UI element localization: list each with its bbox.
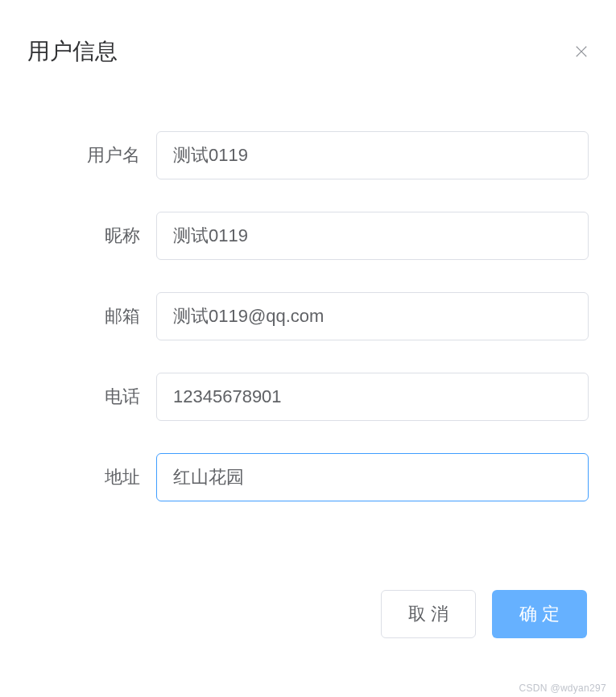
form-item-username: 用户名	[27, 131, 589, 179]
confirm-button[interactable]: 确定	[492, 590, 587, 638]
form-item-nickname: 昵称	[27, 212, 589, 260]
dialog-title: 用户信息	[27, 36, 118, 67]
dialog-body: 用户名 昵称 邮箱 电话 地址	[0, 83, 616, 582]
user-info-dialog: 用户信息 用户名 昵称 邮箱 电话 地址 取消 确定	[0, 0, 616, 697]
address-label: 地址	[27, 465, 156, 489]
address-input[interactable]	[156, 453, 589, 501]
nickname-label: 昵称	[27, 224, 156, 248]
email-input[interactable]	[156, 292, 589, 340]
phone-input[interactable]	[156, 373, 589, 421]
close-icon[interactable]	[573, 43, 590, 60]
form-item-address: 地址	[27, 453, 589, 501]
email-label: 邮箱	[27, 304, 156, 328]
username-label: 用户名	[27, 143, 156, 167]
dialog-footer: 取消 确定	[0, 582, 616, 666]
dialog-header: 用户信息	[0, 0, 616, 83]
phone-label: 电话	[27, 385, 156, 409]
form-item-phone: 电话	[27, 373, 589, 421]
form-item-email: 邮箱	[27, 292, 589, 340]
username-input[interactable]	[156, 131, 589, 179]
nickname-input[interactable]	[156, 212, 589, 260]
cancel-button[interactable]: 取消	[381, 590, 476, 638]
watermark-text: CSDN @wdyan297	[519, 683, 606, 694]
